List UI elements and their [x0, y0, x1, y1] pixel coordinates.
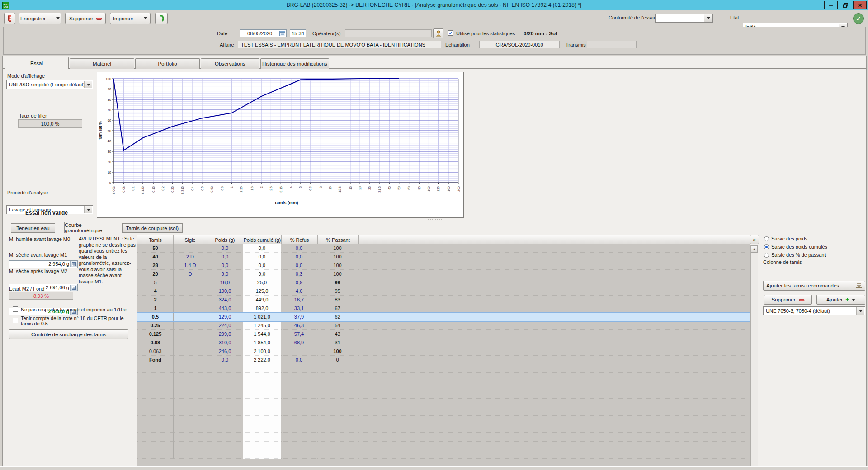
table-cell-tamis[interactable]: 28 — [137, 261, 174, 270]
table-cell-poids[interactable] — [207, 373, 243, 381]
table-cell-poids[interactable]: 0,0 — [207, 356, 243, 364]
echantillon-input[interactable]: GRA/SOL-2020-0010 — [479, 41, 560, 48]
table-cell-sigle[interactable] — [174, 373, 207, 381]
table-cell-tamis[interactable] — [137, 424, 174, 433]
table-cell-refus[interactable] — [281, 390, 317, 399]
restore-button[interactable] — [839, 1, 852, 9]
time-input[interactable]: 15:34 — [290, 29, 306, 37]
table-cell-sigle[interactable] — [174, 381, 207, 390]
table-cell-passant[interactable] — [317, 381, 358, 390]
table-cell-sigle[interactable] — [174, 313, 207, 321]
table-cell-tamis[interactable]: 50 — [137, 244, 174, 253]
print-dropdown-arrow[interactable] — [144, 17, 147, 19]
table-cell-sigle[interactable] — [174, 347, 207, 356]
table-cell-poids[interactable]: 129,0 — [207, 313, 243, 321]
ajouter-dropdown-arrow[interactable] — [852, 299, 855, 301]
tab-observations[interactable]: Observations — [201, 58, 259, 69]
table-row[interactable] — [137, 373, 750, 381]
table-cell-passant[interactable]: 100 — [317, 347, 358, 356]
print-button[interactable]: Imprimer — [110, 13, 151, 24]
table-cell-tamis[interactable]: 0.5 — [137, 313, 174, 321]
table-cell-passant[interactable] — [317, 450, 358, 459]
table-cell-poids[interactable]: 310,0 — [207, 338, 243, 347]
table-expand-button[interactable]: » — [750, 235, 759, 244]
scroll-up-arrow[interactable]: ▲ — [751, 245, 758, 253]
table-cell-poids[interactable]: 0,0 — [207, 244, 243, 253]
table-cell-sigle[interactable] — [174, 450, 207, 459]
table-cell-passant[interactable] — [317, 373, 358, 381]
table-cell-refus[interactable]: 0,0 — [281, 253, 317, 261]
operateur-input[interactable] — [345, 29, 432, 37]
table-cell-tamis[interactable] — [137, 433, 174, 442]
table-row[interactable]: 0.5129,01 021,037,962 — [137, 313, 750, 321]
table-cell-sigle[interactable] — [174, 442, 207, 450]
table-cell-refus[interactable] — [281, 450, 317, 459]
phone-button[interactable] — [155, 13, 168, 24]
tab-materiel[interactable]: Matériel — [70, 58, 134, 69]
table-cell-poids[interactable] — [207, 390, 243, 399]
table-cell-cumule[interactable] — [243, 433, 281, 442]
table-cell-refus[interactable]: 46,3 — [281, 321, 317, 330]
table-row[interactable] — [137, 442, 750, 450]
close-button[interactable]: ✕ — [853, 1, 867, 9]
table-cell-passant[interactable] — [317, 424, 358, 433]
table-cell-poids[interactable] — [207, 399, 243, 407]
table-cell-tamis[interactable]: 40 — [137, 253, 174, 261]
close-form-button[interactable] — [4, 13, 15, 24]
table-row[interactable] — [137, 407, 750, 416]
table-row[interactable]: 281.4 D0,00,00,0100 — [137, 261, 750, 270]
table-cell-passant[interactable]: 31 — [317, 338, 358, 347]
table-cell-tamis[interactable] — [137, 373, 174, 381]
table-cell-refus[interactable] — [281, 433, 317, 442]
table-cell-sigle[interactable] — [174, 433, 207, 442]
table-cell-poids[interactable]: 16,0 — [207, 278, 243, 287]
table-cell-sigle[interactable]: D — [174, 270, 207, 278]
table-cell-tamis[interactable] — [137, 364, 174, 373]
table-row[interactable]: 0.063246,02 100,0100 — [137, 347, 750, 356]
table-cell-refus[interactable]: 0,0 — [281, 244, 317, 253]
table-cell-refus[interactable] — [281, 381, 317, 390]
table-cell-poids[interactable] — [207, 407, 243, 416]
conformite-dropdown-arrow[interactable] — [704, 14, 712, 22]
table-cell-refus[interactable] — [281, 407, 317, 416]
date-input[interactable]: 08/05/2020 — [240, 29, 287, 37]
table-cell-sigle[interactable] — [174, 244, 207, 253]
m1-calc-icon[interactable] — [70, 285, 77, 291]
affaire-input[interactable]: TEST ESSAIS - EMPRUNT LATERITIQUE DE MOV… — [238, 41, 441, 48]
table-cell-poids[interactable] — [207, 433, 243, 442]
table-cell-tamis[interactable]: 4 — [137, 287, 174, 296]
table-row[interactable] — [137, 433, 750, 442]
table-cell-tamis[interactable]: 0.08 — [137, 338, 174, 347]
subtab-teneur-eau[interactable]: Teneur en eau — [11, 223, 55, 233]
table-cell-passant[interactable] — [317, 364, 358, 373]
table-cell-sigle[interactable] — [174, 304, 207, 313]
table-cell-sigle[interactable]: 1.4 D — [174, 261, 207, 270]
table-cell-refus[interactable] — [281, 364, 317, 373]
table-cell-cumule[interactable]: 0,0 — [243, 253, 281, 261]
table-cell-cumule[interactable] — [243, 364, 281, 373]
table-cell-refus[interactable] — [281, 442, 317, 450]
table-cell-refus[interactable]: 68,9 — [281, 338, 317, 347]
table-row[interactable] — [137, 450, 750, 459]
table-row[interactable]: 20D9,09,00,3100 — [137, 270, 750, 278]
table-cell-cumule[interactable]: 0,0 — [243, 261, 281, 270]
table-cell-refus[interactable] — [281, 416, 317, 424]
table-row[interactable] — [137, 416, 750, 424]
table-row[interactable]: 500,00,00,0100 — [137, 244, 750, 253]
table-cell-tamis[interactable] — [137, 407, 174, 416]
table-cell-poids[interactable]: 324,0 — [207, 296, 243, 304]
table-cell-cumule[interactable]: 892,0 — [243, 304, 281, 313]
m0-calc-icon[interactable] — [70, 261, 77, 267]
table-row[interactable]: 402 D0,00,00,0100 — [137, 253, 750, 261]
table-cell-poids[interactable]: 224,0 — [207, 321, 243, 330]
table-cell-sigle[interactable] — [174, 390, 207, 399]
table-row[interactable]: 4100,0125,04,695 — [137, 287, 750, 296]
table-scrollbar[interactable]: ▲ ▼ — [750, 245, 758, 470]
save-dropdown-arrow[interactable] — [56, 17, 60, 19]
table-cell-cumule[interactable] — [243, 399, 281, 407]
table-cell-cumule[interactable]: 449,0 — [243, 296, 281, 304]
table-cell-tamis[interactable] — [137, 390, 174, 399]
table-cell-refus[interactable]: 0,9 — [281, 278, 317, 287]
validate-button[interactable]: ✓ — [853, 13, 864, 24]
column-header[interactable]: % Passant — [318, 235, 359, 244]
